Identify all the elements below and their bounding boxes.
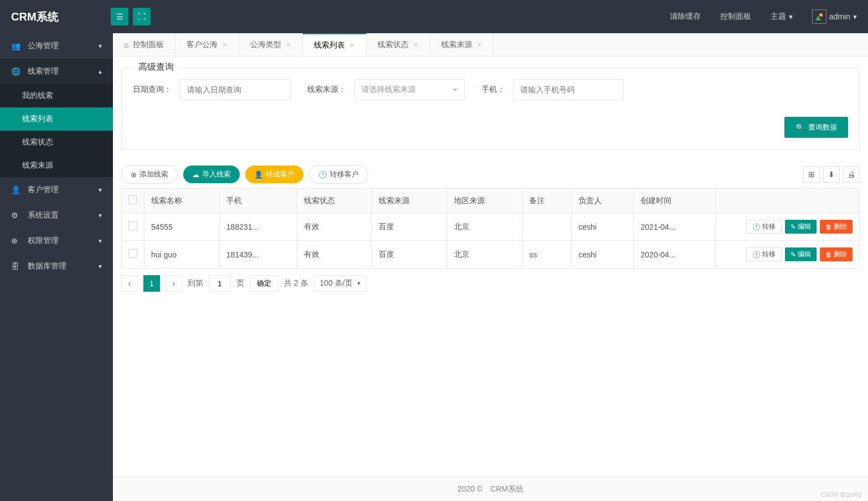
sidebar-subitem-lead-status[interactable]: 线索状态 (0, 131, 113, 154)
row-edit-button[interactable]: ✎ 编辑 (785, 247, 817, 261)
close-icon[interactable]: ✕ (349, 42, 355, 49)
sidebar-item-permissions[interactable]: ⊕ 权限管理 ▾ (0, 228, 113, 254)
sidebar-item-database[interactable]: 🗄 数据库管理 ▾ (0, 254, 113, 279)
leads-table: 线索名称 手机 线索状态 线索来源 地区来源 备注 负责人 创建时间 54555… (121, 188, 860, 268)
row-transfer-button[interactable]: 🕐 转移 (746, 220, 782, 234)
user-menu[interactable]: admin ▾ (812, 9, 857, 24)
page-1-button[interactable]: 1 (143, 275, 160, 292)
print-button[interactable]: 🖨 (843, 166, 860, 183)
sidebar-item-customers[interactable]: 👤 客户管理 ▾ (0, 177, 113, 203)
table-cell: ss (523, 241, 572, 268)
search-button[interactable]: 🔍 查询数据 (784, 117, 848, 138)
users-icon: 👥 (11, 42, 22, 50)
gear-icon: ⚙ (11, 211, 22, 220)
trash-icon: 🗑 (825, 223, 832, 231)
sidebar-subitem-lead-source[interactable]: 线索来源 (0, 154, 113, 177)
sidebar-item-settings[interactable]: ⚙ 系统设置 ▾ (0, 203, 113, 228)
row-transfer-button[interactable]: 🕐 转移 (746, 247, 782, 261)
goto-confirm-button[interactable]: 确定 (250, 275, 278, 292)
row-checkbox[interactable] (128, 221, 137, 230)
col-remark: 备注 (523, 189, 572, 213)
source-label: 线索来源： (307, 85, 346, 95)
phone-input[interactable] (513, 79, 624, 100)
tab-lead-source[interactable]: 线索来源 ✕ (430, 33, 494, 56)
table-cell: 百度 (372, 241, 447, 268)
app-logo: CRM系统 (11, 9, 111, 24)
header-right: 清除缓存 控制面板 主题 ▾ admin ▾ (670, 9, 857, 24)
search-panel: 高级查询 日期查询： 线索来源： 请选择线索来源 手机： (121, 68, 860, 149)
export-button[interactable]: ⬇ (823, 166, 840, 183)
clear-cache-link[interactable]: 清除缓存 (670, 12, 701, 22)
close-icon[interactable]: ✕ (477, 41, 482, 49)
row-delete-button[interactable]: 🗑 删除 (820, 247, 852, 261)
next-page-button[interactable]: › (166, 275, 182, 292)
import-lead-button[interactable]: ☁ 导入线索 (183, 166, 240, 183)
close-icon[interactable]: ✕ (222, 41, 228, 49)
upload-icon: ☁ (192, 171, 199, 179)
transfer-customer-button[interactable]: 🕐 转移客户 (309, 165, 368, 184)
tab-lead-status[interactable]: 线索状态 ✕ (366, 33, 430, 56)
tab-control-panel[interactable]: ⌂ 控制面板 (113, 33, 175, 56)
sidebar-subitem-lead-list[interactable]: 线索列表 (0, 107, 113, 131)
home-icon: ⌂ (124, 40, 128, 49)
tab-customer-sea[interactable]: 客户公海 ✕ (175, 33, 239, 56)
table-cell: ceshi (571, 241, 633, 268)
menu-toggle-button[interactable]: ☰ (111, 8, 128, 25)
chevron-right-icon: › (173, 279, 175, 288)
sidebar-item-leads[interactable]: 🌐 线索管理 ▴ (0, 59, 113, 84)
theme-dropdown[interactable]: 主题 ▾ (771, 12, 793, 22)
select-all-checkbox[interactable] (128, 195, 137, 204)
database-icon: 🗄 (11, 262, 22, 271)
toolbar: ⊕ 添加线索 ☁ 导入线索 👤 转成客户 🕐 转移客户 ⊞ ⬇ (121, 161, 860, 188)
table-row: 54555188231...有效百度北京ceshi2021-04... 🕐 转移… (122, 213, 860, 241)
close-icon[interactable]: ✕ (286, 41, 291, 49)
table-cell: 188231... (219, 213, 297, 241)
date-input[interactable] (180, 79, 291, 100)
col-phone: 手机 (219, 189, 297, 213)
row-delete-button[interactable]: 🗑 删除 (820, 220, 852, 234)
table-cell: 有效 (297, 241, 372, 268)
fullscreen-icon: ⛶ (138, 12, 146, 21)
col-status: 线索状态 (297, 189, 372, 213)
chevron-up-icon: ▴ (99, 68, 102, 75)
col-owner: 负责人 (571, 189, 633, 213)
prev-page-button[interactable]: ‹ (121, 275, 138, 292)
total-count: 共 2 条 (284, 278, 308, 288)
date-label: 日期查询： (133, 85, 172, 95)
table-cell: 54555 (144, 213, 220, 241)
table-cell (523, 213, 572, 241)
chevron-down-icon: ▾ (99, 237, 102, 245)
tab-lead-list[interactable]: 线索列表 ✕ (303, 33, 366, 56)
row-edit-button[interactable]: ✎ 编辑 (785, 220, 817, 234)
control-panel-link[interactable]: 控制面板 (720, 12, 751, 22)
search-icon: 🔍 (795, 123, 805, 132)
add-lead-button[interactable]: ⊕ 添加线索 (121, 165, 178, 184)
svg-point-1 (819, 13, 823, 17)
sidebar-subitem-my-leads[interactable]: 我的线索 (0, 84, 113, 107)
table-cell: 百度 (372, 213, 447, 241)
chevron-down-icon: ▾ (99, 211, 102, 219)
sidebar-item-public-sea[interactable]: 👥 公海管理 ▾ (0, 33, 113, 59)
goto-label: 到第 (188, 278, 203, 288)
row-checkbox[interactable] (128, 249, 137, 258)
user-icon: 👤 (11, 185, 22, 194)
table-cell: 181439... (219, 241, 297, 268)
page-size-select[interactable]: 100 条/页 (314, 275, 366, 292)
convert-customer-button[interactable]: 👤 转成客户 (245, 166, 303, 183)
col-region: 地区来源 (447, 189, 523, 213)
chevron-down-icon: ▾ (99, 262, 102, 270)
col-source: 线索来源 (372, 189, 447, 213)
goto-input[interactable] (209, 275, 231, 292)
fullscreen-button[interactable]: ⛶ (133, 8, 151, 25)
main-area: ⌂ 控制面板 客户公海 ✕ 公海类型 ✕ 线索列表 ✕ 线索状态 ✕ 线索来源 … (113, 33, 868, 501)
page-label: 页 (236, 278, 244, 288)
source-select[interactable]: 请选择线索来源 (354, 79, 465, 100)
clock-icon: 🕐 (752, 251, 761, 259)
menu-icon: ☰ (116, 12, 123, 21)
columns-button[interactable]: ⊞ (803, 166, 820, 183)
header: CRM系统 ☰ ⛶ 清除缓存 控制面板 主题 ▾ admin ▾ (0, 0, 868, 33)
columns-icon: ⊞ (808, 170, 815, 179)
sidebar-submenu-leads: 我的线索 线索列表 线索状态 线索来源 (0, 84, 113, 177)
close-icon[interactable]: ✕ (413, 41, 418, 49)
tab-sea-type[interactable]: 公海类型 ✕ (239, 33, 303, 56)
